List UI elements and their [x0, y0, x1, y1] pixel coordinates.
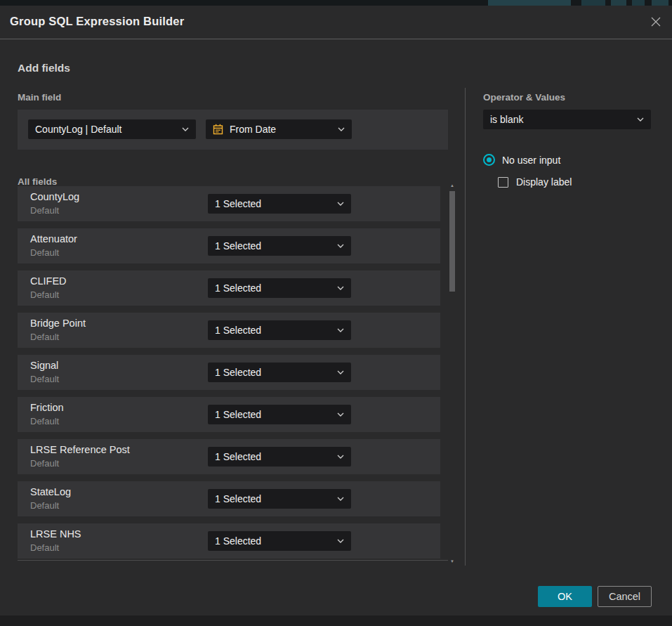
field-values-select-value: 1 Selected: [215, 367, 333, 378]
field-values-select-value: 1 Selected: [215, 535, 333, 547]
main-field-label: Main field: [18, 92, 61, 103]
all-fields-list: CountyLog Default 1 Selected Attenuator …: [18, 186, 440, 566]
scrollbar-down-arrow-icon[interactable]: ▼: [447, 559, 457, 564]
radio-icon: [483, 154, 495, 166]
field-values-select[interactable]: 1 Selected: [208, 447, 351, 467]
field-values-select[interactable]: 1 Selected: [208, 236, 351, 256]
chevron-down-icon: [337, 455, 344, 459]
field-values-select[interactable]: 1 Selected: [208, 278, 351, 298]
field-sublabel: Default: [30, 205, 59, 216]
chevron-down-icon: [337, 328, 344, 332]
field-name: CLIFED: [30, 275, 67, 287]
field-sublabel: Default: [30, 542, 59, 553]
radio-label: No user input: [502, 155, 560, 166]
scrollbar[interactable]: ▲ ▼: [447, 181, 457, 566]
main-field-layer-select[interactable]: CountyLog | Default: [28, 119, 196, 139]
dialog-title: Group SQL Expression Builder: [10, 15, 184, 28]
operator-select-value: is blank: [490, 114, 633, 125]
main-field-field-select[interactable]: From Date: [206, 119, 352, 139]
background-fragment: [581, 0, 605, 6]
field-values-select[interactable]: 1 Selected: [208, 531, 351, 551]
scrollbar-up-arrow-icon[interactable]: ▲: [447, 183, 457, 188]
add-fields-heading: Add fields: [18, 62, 70, 74]
chevron-down-icon: [337, 370, 344, 374]
field-sublabel: Default: [30, 332, 59, 342]
chevron-down-icon: [337, 286, 344, 290]
dialog-titlebar: Group SQL Expression Builder: [0, 6, 672, 39]
field-values-select-value: 1 Selected: [215, 409, 333, 420]
field-values-select-value: 1 Selected: [215, 325, 333, 336]
scrollbar-thumb[interactable]: [449, 191, 455, 292]
background-app-strip: [0, 0, 672, 6]
list-bottom-border: [18, 560, 448, 561]
field-row: CLIFED Default 1 Selected: [18, 270, 440, 306]
chevron-down-icon: [337, 244, 344, 248]
field-values-select[interactable]: 1 Selected: [208, 320, 351, 340]
field-values-select-value: 1 Selected: [215, 451, 333, 462]
field-select-value: From Date: [230, 124, 334, 135]
layer-select-value: CountyLog | Default: [35, 124, 178, 135]
field-values-select[interactable]: 1 Selected: [208, 405, 351, 424]
ok-button[interactable]: OK: [538, 586, 592, 607]
chevron-down-icon: [337, 539, 344, 543]
panel-divider: [465, 88, 466, 566]
field-name: StateLog: [30, 486, 71, 497]
field-values-select[interactable]: 1 Selected: [208, 363, 351, 382]
checkbox-label: Display label: [516, 176, 572, 188]
field-values-select[interactable]: 1 Selected: [208, 194, 351, 214]
field-name: Bridge Point: [30, 318, 86, 329]
all-fields-label: All fields: [18, 176, 57, 187]
field-values-select-value: 1 Selected: [215, 493, 333, 504]
screen: Group SQL Expression Builder Add fields …: [0, 0, 672, 626]
chevron-down-icon: [182, 127, 189, 131]
chevron-down-icon: [337, 412, 344, 417]
field-values-select[interactable]: 1 Selected: [208, 489, 351, 509]
main-field-panel: CountyLog | Default From Date: [18, 110, 448, 150]
operator-values-label: Operator & Values: [483, 92, 565, 103]
field-row: Bridge Point Default 1 Selected: [18, 313, 440, 348]
field-name: CountyLog: [30, 191, 79, 202]
field-values-select-value: 1 Selected: [215, 240, 333, 252]
field-row: Attenuator Default 1 Selected: [18, 228, 440, 263]
background-fragment: [488, 0, 571, 6]
display-label-checkbox[interactable]: Display label: [498, 176, 572, 188]
field-sublabel: Default: [30, 374, 59, 384]
field-values-select-value: 1 Selected: [215, 198, 333, 209]
field-row: CountyLog Default 1 Selected: [18, 186, 440, 221]
field-name: LRSE NHS: [30, 528, 81, 540]
field-name: Attenuator: [30, 233, 77, 244]
group-sql-expression-builder-dialog: Group SQL Expression Builder Add fields …: [0, 6, 672, 615]
checkbox-icon: [498, 177, 508, 188]
cancel-button[interactable]: Cancel: [598, 586, 652, 607]
field-values-select-value: 1 Selected: [215, 282, 333, 294]
field-name: Signal: [30, 360, 58, 371]
field-row: LRSE Reference Post Default 1 Selected: [18, 439, 440, 474]
no-user-input-radio[interactable]: No user input: [483, 154, 560, 166]
field-row: Friction Default 1 Selected: [18, 397, 440, 432]
field-name: LRSE Reference Post: [30, 444, 130, 455]
field-name: Friction: [30, 402, 64, 413]
chevron-down-icon: [637, 117, 644, 122]
background-fragment: [611, 0, 626, 6]
operator-select[interactable]: is blank: [483, 110, 651, 129]
field-row: Signal Default 1 Selected: [18, 355, 440, 390]
field-sublabel: Default: [30, 458, 59, 469]
field-sublabel: Default: [30, 416, 59, 426]
chevron-down-icon: [337, 497, 344, 501]
chevron-down-icon: [337, 202, 344, 206]
field-row: LRSE NHS Default 1 Selected: [18, 523, 440, 559]
background-fragment: [652, 0, 668, 6]
field-sublabel: Default: [30, 289, 59, 300]
close-icon[interactable]: [649, 15, 663, 29]
background-bottom-strip: [0, 615, 672, 626]
field-row: StateLog Default 1 Selected: [18, 481, 440, 516]
field-sublabel: Default: [30, 500, 59, 511]
title-separator: [0, 39, 672, 39]
field-sublabel: Default: [30, 247, 59, 258]
background-fragment: [632, 0, 645, 6]
chevron-down-icon: [338, 127, 345, 131]
calendar-icon: [213, 124, 223, 135]
